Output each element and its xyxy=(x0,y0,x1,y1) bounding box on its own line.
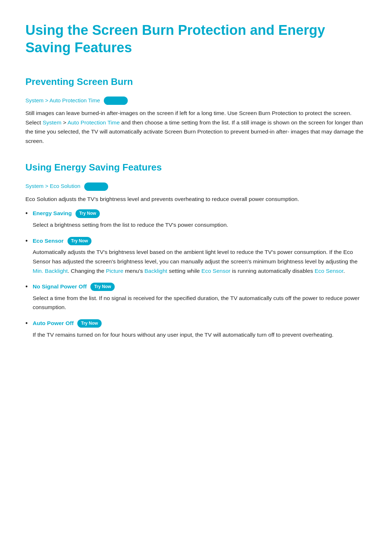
energy-saving-description: Select a brightness setting from the lis… xyxy=(33,220,367,230)
try-now-badge-no-signal[interactable]: Try Now xyxy=(90,283,115,291)
auto-power-off-label: Auto Power Off xyxy=(33,320,74,326)
inline-auto-protection-link[interactable]: Auto Protection Time xyxy=(68,119,120,126)
inline-backlight-link[interactable]: Backlight xyxy=(144,268,167,274)
list-item-auto-power-off: Auto Power Off Try Now If the TV remains… xyxy=(25,319,367,339)
section-energy-saving-title: Using Energy Saving Features xyxy=(25,160,367,175)
inline-system-link[interactable]: System xyxy=(42,119,61,126)
no-signal-description: Select a time from the list. If no signa… xyxy=(33,294,367,312)
try-now-badge-energy-saving[interactable]: Try Now xyxy=(75,209,100,218)
breadcrumb-auto-protection-link[interactable]: Auto Protection Time xyxy=(49,97,100,103)
section-energy-saving: Using Energy Saving Features System > Ec… xyxy=(25,160,367,339)
inline-picture-link[interactable]: Picture xyxy=(106,268,123,274)
eco-sensor-label: Eco Sensor xyxy=(33,238,64,244)
breadcrumb-system-link[interactable]: System xyxy=(25,97,44,103)
section-screen-burn-title: Preventing Screen Burn xyxy=(25,74,367,90)
screen-burn-body-text: Still images can leave burned-in after-i… xyxy=(25,108,367,145)
inline-min-backlight-link[interactable]: Min. Backlight xyxy=(33,268,68,274)
breadcrumb-separator-energy: > xyxy=(45,183,50,189)
list-item-eco-sensor: Eco Sensor Try Now Automatically adjusts… xyxy=(25,236,367,275)
energy-intro-text: Eco Solution adjusts the TV's brightness… xyxy=(25,194,367,204)
try-now-badge-eco-sensor[interactable]: Try Now xyxy=(68,237,92,245)
breadcrumb-energy: System > Eco Solution Try Now xyxy=(25,182,367,191)
breadcrumb-screen-burn: System > Auto Protection Time Try Now xyxy=(25,96,367,105)
list-item-energy-saving: Energy Saving Try Now Select a brightnes… xyxy=(25,209,367,229)
try-now-badge-screen-burn[interactable]: Try Now xyxy=(104,97,128,105)
try-now-badge-auto-power-off[interactable]: Try Now xyxy=(77,319,102,328)
try-now-badge-eco-solution[interactable]: Try Now xyxy=(84,182,109,191)
auto-power-off-description: If the TV remains turned on for four hou… xyxy=(33,330,367,340)
eco-sensor-description: Automatically adjusts the TV's brightnes… xyxy=(33,247,367,275)
energy-saving-label: Energy Saving xyxy=(33,210,72,216)
breadcrumb-separator: > xyxy=(45,97,49,103)
inline-eco-sensor-link2[interactable]: Eco Sensor xyxy=(315,268,343,274)
breadcrumb-eco-solution-link[interactable]: Eco Solution xyxy=(50,183,80,189)
no-signal-label: No Signal Power Off xyxy=(33,283,87,290)
breadcrumb-system-energy-link[interactable]: System xyxy=(25,183,44,189)
list-item-no-signal: No Signal Power Off Try Now Select a tim… xyxy=(25,282,367,312)
section-screen-burn: Preventing Screen Burn System > Auto Pro… xyxy=(25,74,367,145)
page-title: Using the Screen Burn Protection and Ene… xyxy=(25,22,367,56)
inline-eco-sensor-link[interactable]: Eco Sensor xyxy=(201,268,230,274)
energy-feature-list: Energy Saving Try Now Select a brightnes… xyxy=(25,209,367,339)
